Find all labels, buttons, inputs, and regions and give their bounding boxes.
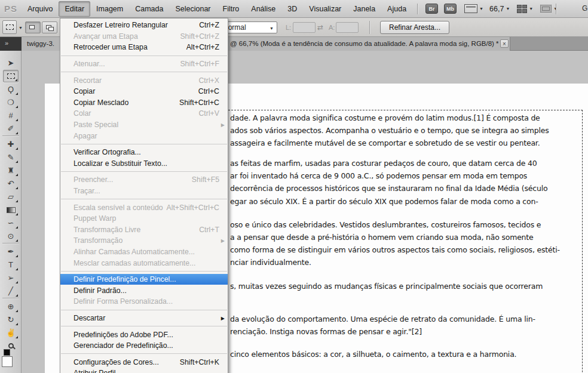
- chevron-down-icon: ▼: [270, 26, 274, 30]
- eraser-icon: ▱: [8, 192, 14, 201]
- menu-item: Atenuar...Shift+Ctrl+F: [60, 58, 228, 70]
- chevron-down-icon[interactable]: ▼: [506, 7, 510, 11]
- quick-selection-tool[interactable]: ❍: [3, 96, 19, 109]
- menu-separator: [61, 353, 227, 354]
- menu-item: Avançar uma EtapaShift+Ctrl+Z: [60, 31, 228, 42]
- tool-panel-collapse-button[interactable]: »: [0, 37, 22, 51]
- menu-item[interactable]: CopiarCtrl+C: [60, 86, 228, 97]
- arrange-documents-icon[interactable]: [517, 5, 527, 13]
- menu-item-label: Atenuar...: [74, 60, 105, 68]
- rectangular-marquee-tool[interactable]: [3, 70, 19, 82]
- menu-item[interactable]: Gerenciador de Predefinição...: [60, 340, 228, 352]
- menu-separator: [61, 144, 227, 144]
- healing-brush-tool[interactable]: ✚: [3, 138, 19, 150]
- menubar-item-camada[interactable]: Camada: [129, 1, 169, 17]
- tool-preset-button[interactable]: [2, 20, 17, 34]
- menu-item[interactable]: Desfazer Letreiro RetangularCtrl+Z: [60, 20, 228, 31]
- menu-item-label: Escala sensível a conteúdo: [74, 204, 163, 212]
- menu-item: Apagar: [60, 130, 228, 141]
- menubar-item-visualizar[interactable]: Visualizar: [303, 1, 347, 17]
- photoshop-window: dade. A palavra moda significa costume e…: [0, 0, 588, 373]
- pen-tool[interactable]: ✒: [3, 245, 19, 258]
- 3d-rotate-tool[interactable]: ⊕: [3, 300, 19, 313]
- screen-mode-icon[interactable]: [540, 5, 552, 13]
- menu-item[interactable]: Descartar▶: [60, 313, 228, 324]
- menu-item[interactable]: Definir Padrão...: [60, 285, 228, 296]
- menu-item[interactable]: Verificar Ortografia...: [60, 147, 228, 158]
- menu-item[interactable]: Localizar e Substituir Texto...: [60, 158, 228, 169]
- bridge-button[interactable]: Br: [425, 4, 438, 14]
- gradient-tool[interactable]: [3, 204, 19, 216]
- tool-panel: ➤Ϙ❍#✐✚✎♜↶▱∽⊙✒T➢╱⊕↻✌: [0, 51, 22, 373]
- chevron-down-icon[interactable]: ▼: [479, 7, 483, 11]
- menu-item[interactable]: Atribuir Perfil...: [60, 368, 228, 373]
- chevron-down-icon[interactable]: ▼: [19, 26, 23, 30]
- menu-item-label: Avançar uma Etapa: [74, 32, 138, 41]
- menu-item[interactable]: Retroceder uma EtapaAlt+Ctrl+Z: [60, 42, 228, 53]
- menubar-separator: [556, 4, 556, 14]
- clone-stamp-tool[interactable]: ♜: [3, 164, 19, 177]
- menu-separator: [61, 171, 227, 172]
- menubar-item-imagem[interactable]: Imagem: [90, 1, 129, 17]
- submenu-arrow-icon: ▶: [221, 238, 225, 243]
- dodge-tool[interactable]: ⊙: [3, 230, 19, 242]
- history-brush-icon: ↶: [8, 179, 14, 188]
- add-to-selection-button[interactable]: [42, 21, 57, 33]
- menu-separator: [61, 199, 227, 199]
- menubar-item-analise[interactable]: Análise: [245, 1, 281, 17]
- 3d-orbit-icon: ↻: [8, 315, 14, 324]
- submenu-arrow-icon: ▶: [221, 316, 225, 321]
- menu-item: Transformação▶: [60, 235, 228, 246]
- line-tool[interactable]: ╱: [3, 285, 19, 297]
- menu-item-label: Paste Special: [74, 121, 118, 129]
- refine-edge-button[interactable]: Refinar Aresta...: [380, 21, 449, 34]
- document-tab-filename: twiggy-3.: [27, 40, 54, 47]
- eyedropper-tool[interactable]: ✐: [3, 122, 19, 135]
- menubar-item-3d[interactable]: 3D: [281, 1, 303, 17]
- brush-tool[interactable]: ✎: [3, 151, 19, 164]
- chevron-down-icon[interactable]: ▼: [529, 7, 533, 11]
- menu-item: Transformação LivreCtrl+T: [60, 224, 228, 236]
- width-field[interactable]: [293, 22, 316, 33]
- menubar-item-filtro[interactable]: Filtro: [217, 1, 246, 17]
- menubar-items: ArquivoEditarImagemCamadaSelecionarFiltr…: [22, 0, 412, 17]
- swap-dimensions-icon[interactable]: ⇄: [317, 23, 323, 32]
- menu-item[interactable]: Predefinições do Adobe PDF...: [60, 329, 228, 340]
- menubar-item-selecionar[interactable]: Selecionar: [169, 1, 216, 17]
- new-selection-button[interactable]: [25, 21, 41, 33]
- menu-item-shortcut: Shift+F5: [192, 175, 219, 184]
- menu-item: Definir Forma Personalizada...: [60, 296, 228, 307]
- background-color-swatch[interactable]: [2, 356, 13, 367]
- 3d-orbit-tool[interactable]: ↻: [3, 313, 19, 326]
- history-brush-tool[interactable]: ↶: [3, 177, 19, 190]
- menu-separator: [61, 271, 227, 272]
- hand-tool[interactable]: ✌: [3, 326, 19, 339]
- path-selection-tool[interactable]: ➢: [3, 272, 19, 284]
- menu-item-label: Desfazer Letreiro Retangular: [74, 21, 168, 29]
- menu-item-label: Preencher...: [74, 175, 113, 184]
- document-tab-title: @ 66,7% (Moda é a tendência de consumo d…: [230, 40, 499, 47]
- lasso-icon: Ϙ: [8, 85, 14, 94]
- view-extras-icon[interactable]: [464, 4, 477, 13]
- menu-item[interactable]: Definir Predefinição de Pincel...: [60, 274, 228, 285]
- move-tool[interactable]: ➤: [3, 57, 19, 69]
- menubar-item-arquivo[interactable]: Arquivo: [22, 1, 59, 17]
- menubar-item-editar[interactable]: Editar: [59, 1, 90, 17]
- cs-live-partial[interactable]: G: [582, 4, 588, 13]
- smudge-tool[interactable]: ∽: [3, 217, 19, 229]
- hand-icon: ✌: [6, 328, 16, 337]
- mini-bridge-button[interactable]: Mb: [444, 4, 457, 14]
- new-selection-icon: [29, 25, 35, 29]
- zoom-level[interactable]: 66,7: [489, 5, 504, 13]
- close-icon[interactable]: ×: [500, 39, 509, 48]
- crop-tool[interactable]: #: [3, 109, 19, 122]
- menu-item[interactable]: Copiar MescladoShift+Ctrl+C: [60, 97, 228, 109]
- lasso-tool[interactable]: Ϙ: [3, 83, 19, 95]
- height-field[interactable]: [336, 22, 359, 33]
- menu-item[interactable]: Configurações de Cores...Shift+Ctrl+K: [60, 356, 228, 368]
- menubar-item-janela[interactable]: Janela: [347, 1, 381, 17]
- menubar-item-ajuda[interactable]: Ajuda: [381, 1, 412, 17]
- eraser-tool[interactable]: ▱: [3, 190, 19, 203]
- zoom-tool[interactable]: [3, 340, 19, 352]
- type-tool[interactable]: T: [3, 258, 19, 271]
